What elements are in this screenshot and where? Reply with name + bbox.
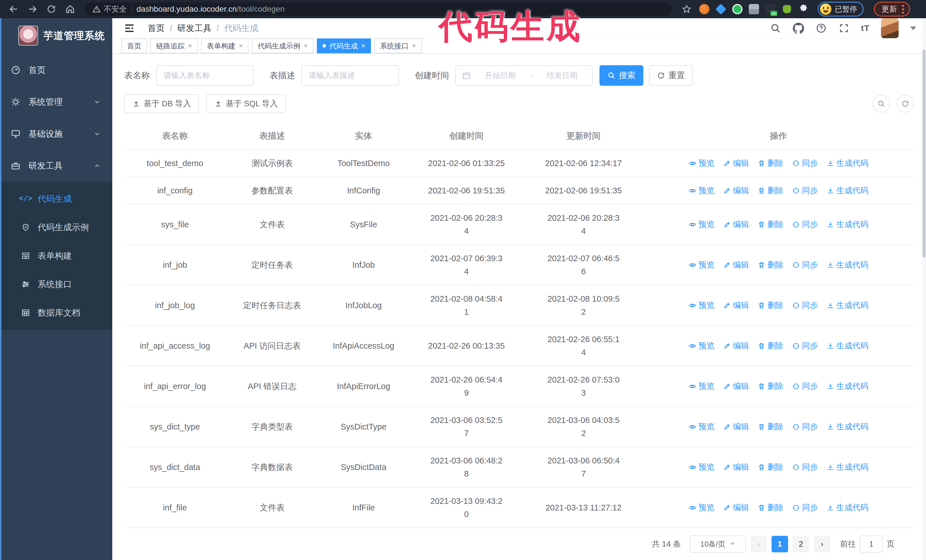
reset-button[interactable]: 重置 xyxy=(649,65,693,86)
action-sync[interactable]: 同步 xyxy=(792,501,818,514)
action-delete[interactable]: 删除 xyxy=(758,460,784,474)
refresh-table-button[interactable] xyxy=(896,95,914,113)
sidebar-fold-icon[interactable] xyxy=(122,21,137,36)
action-edit[interactable]: 编辑 xyxy=(723,460,749,474)
bookmark-star-icon[interactable] xyxy=(681,3,692,15)
sidebar-item-system[interactable]: 系统管理 xyxy=(0,86,112,118)
tab-tracing[interactable]: 链路追踪× xyxy=(150,38,198,53)
action-sync[interactable]: 同步 xyxy=(792,299,818,312)
action-delete[interactable]: 删除 xyxy=(758,339,784,352)
avatar-caret-icon[interactable] xyxy=(910,27,916,30)
browser-menu-icon[interactable] xyxy=(902,5,904,14)
close-icon[interactable]: × xyxy=(412,42,416,49)
action-generate[interactable]: 生成代码 xyxy=(826,501,869,514)
action-sync[interactable]: 同步 xyxy=(792,420,818,433)
github-icon[interactable] xyxy=(793,23,804,34)
sidebar-item-codegen-example[interactable]: 代码生成示例 xyxy=(0,213,112,242)
action-generate[interactable]: 生成代码 xyxy=(826,420,869,433)
action-generate[interactable]: 生成代码 xyxy=(826,157,869,170)
action-sync[interactable]: 同步 xyxy=(792,460,818,474)
tab-codegen-example[interactable]: 代码生成示例× xyxy=(252,38,313,53)
action-delete[interactable]: 删除 xyxy=(758,218,784,231)
sidebar-item-codegen[interactable]: </> 代码生成 xyxy=(0,184,112,213)
action-generate[interactable]: 生成代码 xyxy=(826,299,869,312)
extension-icon-6[interactable] xyxy=(783,5,791,14)
fullscreen-icon[interactable] xyxy=(838,23,850,34)
page-button-1[interactable]: 1 xyxy=(772,536,788,552)
goto-page-input[interactable] xyxy=(860,536,883,552)
tab-codegen[interactable]: 代码生成× xyxy=(317,38,371,53)
extension-icon-2[interactable] xyxy=(716,4,726,15)
action-edit[interactable]: 编辑 xyxy=(723,339,749,352)
action-edit[interactable]: 编辑 xyxy=(723,258,749,272)
page-button-2[interactable]: 2 xyxy=(793,536,809,552)
browser-profile-chip[interactable]: 已暂停 xyxy=(818,2,864,17)
sidebar-item-form-builder[interactable]: 表单构建 xyxy=(0,242,112,270)
action-generate[interactable]: 生成代码 xyxy=(826,460,869,474)
action-preview[interactable]: 预览 xyxy=(688,380,714,393)
action-delete[interactable]: 删除 xyxy=(758,184,784,197)
url-text[interactable]: dashboard.yudao.iocoder.cn/tool/codegen xyxy=(136,5,284,14)
search-icon[interactable] xyxy=(770,23,781,34)
action-preview[interactable]: 预览 xyxy=(688,299,714,312)
close-icon[interactable]: × xyxy=(239,42,243,49)
breadcrumb-devtools[interactable]: 研发工具 xyxy=(177,23,212,34)
import-sql-button[interactable]: 基于 SQL 导入 xyxy=(206,94,286,113)
close-icon[interactable]: × xyxy=(188,42,192,49)
action-edit[interactable]: 编辑 xyxy=(723,299,749,312)
forward-icon[interactable] xyxy=(27,3,38,15)
action-preview[interactable]: 预览 xyxy=(688,339,714,352)
action-delete[interactable]: 删除 xyxy=(758,420,784,433)
action-delete[interactable]: 删除 xyxy=(758,501,784,514)
puzzle-extensions-icon[interactable] xyxy=(798,4,809,14)
font-size-icon[interactable]: tT xyxy=(861,23,870,33)
action-sync[interactable]: 同步 xyxy=(792,218,818,231)
action-sync[interactable]: 同步 xyxy=(792,380,818,393)
tab-form-builder[interactable]: 表单构建× xyxy=(201,38,248,53)
security-warning[interactable]: 不安全 xyxy=(92,4,127,14)
extension-icon-3[interactable] xyxy=(732,4,743,14)
action-generate[interactable]: 生成代码 xyxy=(826,218,869,231)
action-delete[interactable]: 删除 xyxy=(758,380,784,393)
back-icon[interactable] xyxy=(8,3,20,15)
toggle-search-button[interactable] xyxy=(872,95,890,113)
scrollbar-thumb[interactable] xyxy=(923,50,925,258)
table-name-input[interactable] xyxy=(156,65,254,86)
action-preview[interactable]: 预览 xyxy=(688,157,714,170)
action-generate[interactable]: 生成代码 xyxy=(826,380,869,393)
action-edit[interactable]: 编辑 xyxy=(723,157,749,170)
reload-icon[interactable] xyxy=(45,3,57,15)
action-sync[interactable]: 同步 xyxy=(792,258,818,272)
tab-system-api[interactable]: 系统接口× xyxy=(374,38,422,53)
action-generate[interactable]: 生成代码 xyxy=(826,258,869,272)
browser-update-button[interactable]: 更新 xyxy=(874,2,910,17)
sidebar-item-infra[interactable]: 基础设施 xyxy=(0,118,112,150)
help-icon[interactable] xyxy=(816,23,827,34)
date-range-picker[interactable]: 开始日期 - 结束日期 xyxy=(455,65,593,86)
action-edit[interactable]: 编辑 xyxy=(723,501,749,514)
action-edit[interactable]: 编辑 xyxy=(723,218,749,231)
action-delete[interactable]: 删除 xyxy=(758,157,784,170)
action-preview[interactable]: 预览 xyxy=(688,420,714,433)
address-bar[interactable]: 不安全 dashboard.yudao.iocoder.cn/tool/code… xyxy=(85,3,672,16)
action-edit[interactable]: 编辑 xyxy=(723,380,749,393)
action-delete[interactable]: 删除 xyxy=(758,258,784,272)
home-icon[interactable] xyxy=(64,3,76,15)
action-sync[interactable]: 同步 xyxy=(792,184,818,197)
action-sync[interactable]: 同步 xyxy=(792,157,818,170)
action-preview[interactable]: 预览 xyxy=(688,258,714,272)
sidebar-item-db-doc[interactable]: 数据库文档 xyxy=(0,299,112,327)
action-preview[interactable]: 预览 xyxy=(688,460,714,474)
page-scrollbar[interactable] xyxy=(922,18,926,560)
next-page-button[interactable]: › xyxy=(814,536,830,552)
app-logo-row[interactable]: 芋道管理系统 xyxy=(0,18,112,54)
action-edit[interactable]: 编辑 xyxy=(723,184,749,197)
action-sync[interactable]: 同步 xyxy=(792,339,818,352)
action-delete[interactable]: 删除 xyxy=(758,299,784,312)
action-preview[interactable]: 预览 xyxy=(688,218,714,231)
extension-icon-1[interactable] xyxy=(699,4,710,14)
page-size-select[interactable]: 10条/页 xyxy=(690,536,746,552)
sidebar-item-home[interactable]: 首页 xyxy=(0,54,112,86)
action-edit[interactable]: 编辑 xyxy=(723,420,749,433)
prev-page-button[interactable]: ‹ xyxy=(750,536,767,552)
